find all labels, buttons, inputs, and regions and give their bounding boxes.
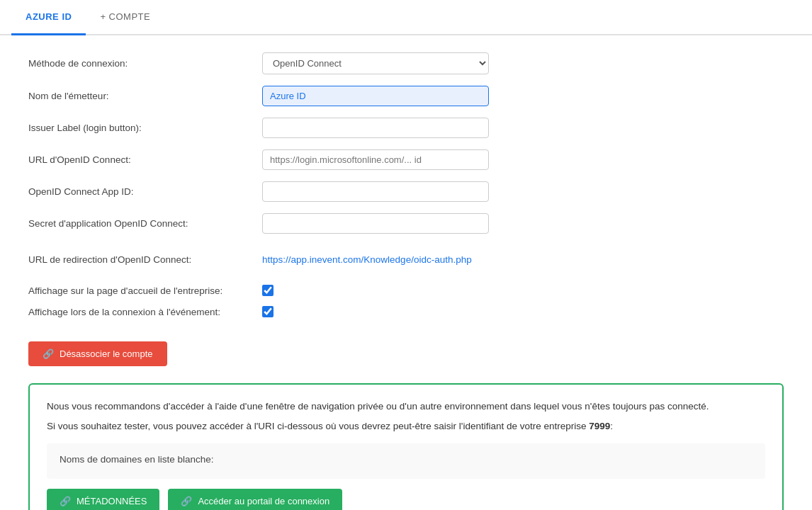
- issuer-label-label: Issuer Label (login button):: [28, 123, 262, 133]
- info-line2-prefix: Si vous souhaitez tester, vous pouvez ac…: [47, 421, 589, 431]
- show-company-checkbox[interactable]: [262, 285, 274, 296]
- info-box-buttons: 🔗 MÉTADONNÉES 🔗 Accéder au portail de co…: [47, 489, 765, 510]
- secret-label: Secret d'application OpenID Connect:: [28, 218, 262, 229]
- issuer-label-field[interactable]: [262, 118, 489, 138]
- openid-url-field[interactable]: [262, 149, 489, 170]
- company-id: 7999: [589, 421, 610, 431]
- unlink-button-label: Désassocier le compte: [60, 348, 153, 359]
- app-id-label: OpenID Connect App ID:: [28, 186, 262, 197]
- redirect-url-text: https://app.inevent.com/Knowledge/oidc-a…: [262, 254, 472, 265]
- main-content: Méthode de connexion: OpenID Connect Nom…: [0, 35, 812, 510]
- issuer-label-input[interactable]: [262, 118, 489, 138]
- whitelist-label: Noms de domaines en liste blanche:: [60, 454, 214, 465]
- issuer-label-row: Issuer Label (login button):: [28, 118, 784, 138]
- portal-button[interactable]: 🔗 Accéder au portail de connexion: [168, 489, 342, 510]
- redirect-url-row: URL de redirection d'OpenID Connect: htt…: [28, 254, 784, 265]
- connection-method-field[interactable]: OpenID Connect: [262, 52, 489, 74]
- portal-link-icon: 🔗: [181, 496, 192, 506]
- issuer-name-input[interactable]: [262, 86, 489, 106]
- app-id-row: OpenID Connect App ID:: [28, 181, 784, 202]
- info-line1: Nous vous recommandons d'accéder à l'aid…: [47, 399, 765, 414]
- info-box: Nous vous recommandons d'accéder à l'aid…: [28, 383, 784, 510]
- show-event-checkbox[interactable]: [262, 306, 274, 317]
- app-id-input[interactable]: [262, 181, 489, 202]
- tab-add-account[interactable]: + COMPTE: [86, 0, 164, 35]
- openid-url-row: URL d'OpenID Connect:: [28, 149, 784, 170]
- tab-azure-id[interactable]: AZURE ID: [11, 0, 86, 35]
- openid-url-input[interactable]: [262, 149, 489, 170]
- show-event-label: Affichage lors de la connexion à l'événe…: [28, 307, 262, 317]
- metadata-button-label: MÉTADONNÉES: [77, 496, 147, 506]
- info-line2: Si vous souhaitez tester, vous pouvez ac…: [47, 419, 765, 434]
- show-company-row: Affichage sur la page d'accueil de l'ent…: [28, 285, 784, 296]
- show-company-label: Affichage sur la page d'accueil de l'ent…: [28, 285, 262, 296]
- connection-method-row: Méthode de connexion: OpenID Connect: [28, 52, 784, 74]
- app-id-field[interactable]: [262, 181, 489, 202]
- issuer-name-row: Nom de l'émetteur:: [28, 86, 784, 106]
- whitelist-box: Noms de domaines en liste blanche:: [47, 443, 765, 479]
- connection-method-select[interactable]: OpenID Connect: [262, 52, 489, 74]
- issuer-name-label: Nom de l'émetteur:: [28, 91, 262, 101]
- redirect-url-label: URL de redirection d'OpenID Connect:: [28, 254, 262, 265]
- openid-url-label: URL d'OpenID Connect:: [28, 154, 262, 165]
- metadata-link-icon: 🔗: [60, 496, 71, 506]
- redirect-url-value: https://app.inevent.com/Knowledge/oidc-a…: [262, 254, 489, 265]
- connection-method-label: Méthode de connexion:: [28, 58, 262, 69]
- issuer-name-field[interactable]: [262, 86, 489, 106]
- secret-input[interactable]: [262, 213, 489, 234]
- info-line2-suffix: :: [610, 421, 613, 431]
- unlink-button[interactable]: 🔗 Désassocier le compte: [28, 341, 167, 366]
- tab-bar: AZURE ID + COMPTE: [0, 0, 812, 35]
- secret-field[interactable]: [262, 213, 489, 234]
- metadata-button[interactable]: 🔗 MÉTADONNÉES: [47, 489, 159, 510]
- portal-button-label: Accéder au portail de connexion: [198, 496, 329, 506]
- link-icon: 🔗: [43, 348, 54, 359]
- secret-row: Secret d'application OpenID Connect:: [28, 213, 784, 234]
- show-event-row: Affichage lors de la connexion à l'événe…: [28, 306, 784, 317]
